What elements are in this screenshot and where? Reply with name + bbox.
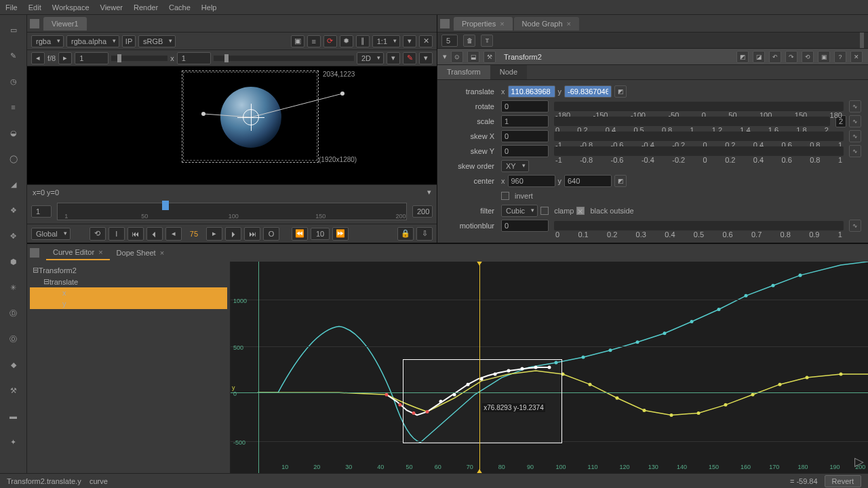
pencil-icon[interactable]: ✎ (403, 52, 416, 64)
tree-node-translate[interactable]: ⊟ translate (30, 276, 227, 287)
menu-file[interactable]: File (5, 3, 18, 12)
tool-folder-icon[interactable]: ▬ (7, 409, 20, 423)
redo-icon[interactable]: ↷ (785, 51, 797, 63)
skip-fwd-icon[interactable]: ⏩ (332, 227, 349, 241)
close-icon[interactable]: ✕ (419, 35, 433, 47)
play-preview-icon[interactable]: ▷ (854, 454, 864, 469)
fstop-input[interactable]: 1 (75, 52, 108, 64)
list-icon[interactable]: ≡ (307, 35, 321, 47)
step-back-icon[interactable]: ◂ (165, 227, 182, 241)
tool-particle-icon[interactable]: ✳ (7, 281, 20, 294)
anim-toggle-icon[interactable]: ∿ (849, 115, 861, 127)
tool-misc-icon[interactable]: ✦ (7, 435, 20, 449)
menu-render[interactable]: Render (134, 3, 158, 12)
tool-wrench-icon[interactable]: ⚒ (7, 384, 20, 397)
anim-toggle-icon[interactable]: ∿ (849, 100, 861, 113)
tool-time-icon[interactable]: ◷ (7, 75, 20, 88)
menu-edit[interactable]: Edit (28, 3, 41, 12)
playhead-handle-icon[interactable] (476, 262, 483, 266)
close-icon[interactable]: × (567, 20, 571, 28)
y-input[interactable]: 1 (177, 52, 211, 64)
timeline-track[interactable]: 1 50 100 150 200 (57, 203, 407, 220)
tool-key-icon[interactable]: ◢ (7, 178, 20, 191)
translate-y-input[interactable] (564, 85, 612, 98)
black-checkbox[interactable]: ✕ (576, 207, 585, 215)
last-frame-icon[interactable]: ⏭ (244, 227, 260, 241)
rotate-input[interactable] (501, 100, 549, 113)
close-icon[interactable]: × (160, 249, 164, 257)
loop-icon[interactable]: ⟲ (90, 227, 106, 241)
tool-tag-icon[interactable]: ◆ (7, 358, 20, 371)
menu-cache[interactable]: Cache (169, 3, 191, 12)
first-frame-icon[interactable]: ⏮ (127, 227, 144, 241)
prev-icon[interactable]: ◂ (31, 52, 45, 64)
translate-x-input[interactable] (508, 85, 555, 98)
tool-lines-icon[interactable]: ≡ (7, 100, 20, 114)
anim-toggle-icon[interactable]: ◩ (614, 175, 627, 187)
skewx-input[interactable] (501, 130, 549, 142)
timeline-end[interactable]: 200 (412, 205, 433, 218)
wipe-icon[interactable]: ▣ (291, 35, 304, 47)
properties-tab[interactable]: Properties× (454, 17, 513, 30)
skip-back-icon[interactable]: ⏪ (292, 227, 308, 241)
tool-3d-icon[interactable]: ⬢ (7, 255, 20, 268)
viewport[interactable]: 2034,1223 (1920x1280) (27, 66, 437, 184)
tool-move-icon[interactable]: ✥ (7, 229, 20, 243)
pop-icon[interactable]: ▣ (818, 51, 830, 63)
export-icon[interactable]: ⇩ (416, 227, 433, 241)
crosshair-icon[interactable] (237, 104, 264, 131)
center-x-input[interactable] (508, 175, 555, 187)
in-point-icon[interactable]: I (108, 227, 125, 241)
channel-dropdown[interactable]: rgba (31, 35, 64, 47)
scrollbar[interactable] (860, 33, 864, 48)
play-icon[interactable]: ▸ (206, 227, 222, 241)
playhead[interactable] (479, 262, 480, 473)
close-icon[interactable]: × (98, 248, 102, 256)
filter-dropdown[interactable]: Cubic (501, 205, 538, 217)
panel-handle-icon[interactable] (30, 19, 39, 28)
motionblur-input[interactable] (501, 220, 549, 232)
a-icon[interactable]: ◩ (736, 51, 749, 63)
panel-handle-icon[interactable] (30, 248, 39, 258)
selection-box[interactable] (403, 359, 562, 444)
anim-toggle-icon[interactable]: ∿ (849, 145, 861, 157)
curve-editor-tab[interactable]: Curve Editor× (46, 245, 110, 260)
center-y-input[interactable] (564, 175, 612, 187)
gear-icon[interactable]: ✹ (340, 35, 353, 47)
tool-image-icon[interactable]: ▭ (7, 23, 20, 37)
timeline-start[interactable]: 1 (31, 205, 52, 218)
close-icon[interactable]: × (500, 20, 504, 28)
alpha-dropdown[interactable]: rgba.alpha (66, 35, 119, 47)
skeworder-dropdown[interactable]: XY (501, 160, 529, 172)
lock-props-icon[interactable]: ⫪ (481, 35, 493, 47)
anim-toggle-icon[interactable]: ◩ (614, 85, 627, 98)
coord-menu-icon[interactable]: ▾ (427, 188, 431, 197)
curve-graph[interactable]: 1000 500 0 -500 y 10 20 30 40 50 60 70 8… (231, 262, 868, 473)
rotate-slider[interactable]: -180-150-100-50050100150180 (554, 102, 844, 111)
motionblur-slider[interactable]: 00.10.20.30.40.50.60.70.80.91 (554, 221, 844, 230)
playback-mode[interactable]: Global (31, 228, 71, 240)
help-icon[interactable]: ? (834, 51, 846, 63)
curve-tree[interactable]: ⊟ Transform2 ⊟ translate x y (27, 262, 231, 473)
dope-sheet-tab[interactable]: Dope Sheet× (110, 246, 172, 260)
tree-node-y[interactable]: y (30, 298, 227, 309)
timeline[interactable]: 1 1 50 100 150 200 200 (27, 199, 437, 224)
tree-node-x[interactable]: x (30, 287, 227, 298)
skewx-slider[interactable]: -1-0.8-0.6-0.4-0.200.20.40.60.81 (554, 131, 844, 141)
current-frame[interactable]: 75 (184, 230, 203, 238)
pause-icon[interactable]: ∥ (356, 35, 370, 47)
invert-checkbox[interactable] (501, 192, 509, 200)
prop-count[interactable]: 5 (441, 35, 458, 47)
revert-button[interactable]: Revert (825, 475, 861, 487)
nodegraph-tab[interactable]: Node Graph× (514, 17, 579, 30)
dim-dropdown[interactable]: 2D (357, 52, 384, 64)
revert-icon[interactable]: ⟲ (802, 51, 814, 63)
anim-icon[interactable]: ⬓ (467, 51, 479, 63)
out-point-icon[interactable]: O (263, 227, 279, 241)
clear-icon[interactable]: 🗑 (463, 35, 475, 47)
tree-node-transform[interactable]: ⊟ Transform2 (30, 264, 227, 276)
tool-circle-icon[interactable]: ◯ (7, 152, 20, 165)
tool-layers-icon[interactable]: ❖ (7, 203, 20, 217)
wrench-icon[interactable]: ⚒ (484, 51, 496, 63)
lut-dropdown[interactable]: sRGB (138, 35, 176, 47)
